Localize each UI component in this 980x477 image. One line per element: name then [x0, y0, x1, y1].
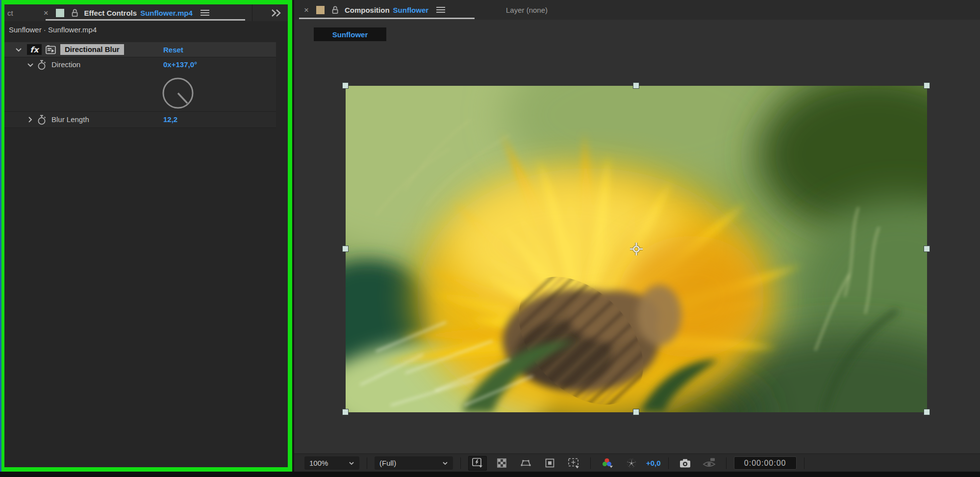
chevron-right-icon[interactable]	[28, 116, 32, 123]
tab-effect-controls-target[interactable]: Sunflower.mp4	[140, 9, 193, 17]
direction-property-block: Direction 0x+137,0°	[4, 57, 276, 112]
panel-group-swatch	[316, 6, 325, 14]
stopwatch-icon[interactable]	[37, 60, 47, 70]
direction-label: Direction	[51, 60, 80, 69]
effect-rows: fx Directional Blur Reset	[4, 42, 276, 128]
active-tab-underline	[299, 18, 475, 19]
close-icon[interactable]: ×	[44, 9, 49, 17]
effect-controls-panel: ct × Effect Controls Sunflower.mp4	[0, 0, 292, 472]
chevron-down-icon	[349, 461, 354, 465]
anchor-point-icon[interactable]	[629, 242, 644, 258]
after-effects-window: ct × Effect Controls Sunflower.mp4	[0, 0, 980, 477]
tabbar-divider	[252, 4, 252, 21]
selection-handle-mid-right[interactable]	[924, 246, 930, 252]
effect-name-chip[interactable]: Directional Blur	[60, 44, 124, 55]
viewer-tab-sunflower[interactable]: Sunflower	[314, 27, 386, 41]
toolbar-separator	[460, 457, 461, 469]
blur-length-label: Blur Length	[51, 115, 89, 124]
toolbar-separator	[367, 457, 367, 469]
selection-handle-bottom-left[interactable]	[342, 409, 349, 415]
lock-icon[interactable]	[71, 8, 78, 18]
panel-menu-icon[interactable]	[436, 6, 445, 13]
panel-group-swatch	[56, 9, 64, 17]
selection-handle-top-right[interactable]	[924, 82, 930, 89]
toolbar-separator	[804, 457, 804, 469]
show-snapshot-button[interactable]	[700, 456, 719, 471]
tab-project-partial[interactable]: ct	[7, 9, 13, 17]
stopwatch-icon[interactable]	[37, 115, 47, 125]
magnification-dropdown[interactable]: 100%	[304, 456, 359, 470]
grid-guide-options-button[interactable]	[564, 456, 583, 471]
tab-composition-target[interactable]: Sunflower	[393, 6, 429, 14]
magnification-value: 100%	[309, 459, 328, 467]
direction-dial[interactable]	[160, 75, 196, 111]
composition-panel: × Composition Sunflower Layer (none) Su	[294, 0, 980, 472]
effect-reset-button[interactable]: Reset	[163, 46, 183, 54]
direction-value[interactable]: 0x+137,0°	[163, 60, 197, 69]
chevron-down-icon[interactable]	[27, 63, 34, 67]
resolution-dropdown[interactable]: (Full)	[375, 456, 453, 470]
layer-sunflower[interactable]	[346, 86, 927, 412]
tab-effect-controls[interactable]: Effect Controls	[84, 9, 137, 17]
blur-length-value[interactable]: 12,2	[163, 115, 177, 124]
grid-guides-icon	[568, 458, 580, 469]
tab-composition[interactable]: Composition	[345, 6, 390, 14]
effect-header-row: fx Directional Blur Reset	[4, 42, 276, 57]
chevron-down-icon	[442, 461, 448, 465]
panel-menu-icon[interactable]	[201, 9, 209, 16]
composition-toolbar: 100% (Full)	[294, 453, 980, 472]
transparency-grid-button[interactable]	[492, 456, 511, 471]
active-tab-underline	[46, 19, 245, 21]
preview-time-field[interactable]: 0:00:00:00	[734, 456, 797, 470]
selection-handle-bottom-right[interactable]	[924, 409, 930, 415]
composition-tabbar: × Composition Sunflower Layer (none)	[294, 0, 980, 20]
show-snapshot-eye-icon	[703, 458, 716, 468]
effect-source-line: Sunflower · Sunflower.mp4	[9, 25, 97, 34]
selection-handle-top-left[interactable]	[342, 82, 349, 89]
direction-dial-needle	[178, 93, 187, 103]
close-icon[interactable]: ×	[304, 6, 309, 14]
lock-icon[interactable]	[331, 5, 339, 15]
mask-visibility-button[interactable]	[516, 456, 535, 471]
exposure-value[interactable]: +0,0	[646, 459, 661, 467]
selection-handle-top-center[interactable]	[633, 82, 639, 89]
toolbar-separator	[590, 457, 591, 469]
fast-previews-icon	[472, 458, 483, 468]
rgb-channels-icon	[602, 458, 614, 469]
fx-badge-icon[interactable]: fx	[27, 44, 42, 55]
fast-previews-button[interactable]	[468, 456, 487, 471]
take-snapshot-button[interactable]	[676, 456, 695, 471]
exposure-shutter-icon	[626, 458, 637, 469]
window-bottom-edge	[0, 472, 980, 477]
region-of-interest-icon	[545, 458, 554, 468]
tab-layer[interactable]: Layer (none)	[506, 0, 548, 20]
reset-exposure-button[interactable]	[622, 456, 641, 471]
selection-handle-mid-left[interactable]	[342, 246, 349, 252]
region-of-interest-button[interactable]	[540, 456, 559, 471]
toolbar-separator	[668, 457, 669, 469]
effect-type-icon	[46, 45, 56, 54]
selection-handle-bottom-center[interactable]	[633, 409, 639, 415]
channels-settings-button[interactable]	[598, 456, 617, 471]
effect-controls-tabbar: ct × Effect Controls Sunflower.mp4	[4, 4, 288, 21]
panel-overflow-chevrons-icon[interactable]	[270, 9, 282, 17]
annotation-left-edge	[0, 0, 1, 472]
transparency-grid-icon	[497, 458, 506, 468]
mask-path-icon	[521, 459, 531, 468]
resolution-value: (Full)	[379, 459, 396, 467]
chevron-down-icon[interactable]	[15, 48, 22, 52]
toolbar-separator	[726, 457, 727, 469]
panel-gap	[292, 0, 294, 472]
blur-length-row: Blur Length 12,2	[4, 112, 276, 128]
camera-icon	[679, 458, 691, 468]
